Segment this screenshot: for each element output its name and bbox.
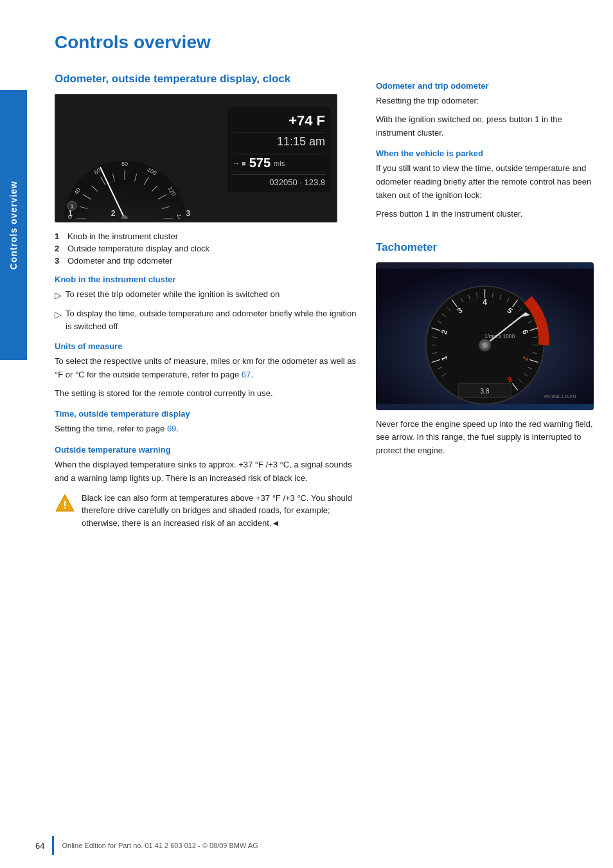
img-label-3: 3 [186, 209, 190, 218]
page-number: 64 [35, 841, 44, 851]
bullet-arrow-1: ▷ [55, 289, 62, 302]
time-body-text: Setting the time, refer to page 69. [55, 422, 357, 436]
caution-icon: ! [55, 493, 75, 514]
time-page-link[interactable]: 69 [167, 424, 176, 433]
speed-value: 575 [249, 156, 271, 170]
item-number-2: 2 [55, 244, 64, 253]
odometer-display: 032050 · 123.8 [233, 174, 325, 187]
time-display: 11:15 am [233, 135, 325, 149]
footer-text: Online Edition for Part no. 01 41 2 603 … [62, 842, 258, 849]
svg-text:!: ! [63, 500, 66, 511]
right-odometer-text2: With the ignition switched on, press but… [376, 113, 594, 140]
svg-point-72 [482, 342, 488, 348]
warning-body-text: When the displayed temperature sinks to … [55, 458, 357, 485]
speedometer-svg: 20 40 60 80 100 120 140 [60, 100, 189, 219]
left-column: Odometer, outside temperature display, c… [55, 72, 357, 536]
knob-bullet-1: ▷ To reset the trip odometer while the i… [55, 288, 357, 302]
temperature-display: +74 F [233, 113, 325, 132]
tachometer-caption: Never force the engine speed up into the… [376, 418, 594, 458]
right-subsection-odometer-title: Odometer and trip odometer [376, 81, 594, 91]
right-subsection-parked-title: When the vehicle is parked [376, 149, 594, 158]
numbered-item-3: 3 Odometer and trip odometer [55, 256, 357, 266]
tachometer-svg: 1 2 3 4 5 6 7 8 1/min x 1000 [376, 262, 594, 410]
bullet-arrow-2: ▷ [55, 308, 62, 321]
svg-text:4: 4 [483, 298, 487, 307]
svg-text:1/min x 1000: 1/min x 1000 [484, 333, 515, 339]
instrument-cluster-image: 20 40 60 80 100 120 140 [55, 94, 337, 222]
units-body-text2: The setting is stored for the remote con… [55, 387, 357, 401]
units-body-text: To select the respective units of measur… [55, 355, 357, 382]
page-title: Controls overview [55, 32, 594, 53]
page-divider [52, 836, 54, 855]
item-number-3: 3 [55, 256, 64, 266]
item-number-1: 1 [55, 231, 64, 241]
subsection-knob-title: Knob in the instrument cluster [55, 275, 357, 284]
speed-unit: mls [274, 159, 285, 167]
knob-bullet-2: ▷ To display the time, outside temperatu… [55, 307, 357, 332]
right-parked-text2: Press button 1 in the instrument cluster… [376, 208, 594, 221]
display-panel: +74 F 11:15 am → ■ 575 mls 032050 · 123.… [227, 107, 330, 192]
right-odometer-text1: Resetting the trip odometer: [376, 95, 594, 108]
caution-box: ! Black ice can also form at temperature… [55, 492, 357, 530]
right-column: Odometer and trip odometer Resetting the… [376, 72, 594, 536]
section-title-odometer: Odometer, outside temperature display, c… [55, 72, 357, 86]
knob-bullet-list: ▷ To reset the trip odometer while the i… [55, 288, 357, 332]
numbered-item-1: 1 Knob in the instrument cluster [55, 231, 357, 241]
svg-text:80: 80 [121, 161, 128, 167]
caution-text: Black ice can also form at temperatures … [82, 492, 357, 530]
subsection-time-title: Time, outside temperature display [55, 409, 357, 419]
subsection-warning-title: Outside temperature warning [55, 445, 357, 455]
subsection-units-title: Units of measure [55, 341, 357, 351]
tachometer-section: Tachometer [376, 240, 594, 458]
units-page-link[interactable]: 67 [242, 370, 251, 379]
numbered-item-2: 2 Outside temperature display and clock [55, 244, 357, 253]
svg-text:3.8: 3.8 [481, 388, 490, 395]
tachometer-title: Tachometer [376, 240, 594, 255]
right-parked-text1: If you still want to view the time, outs… [376, 162, 594, 202]
numbered-items-list: 1 Knob in the instrument cluster 2 Outsi… [55, 231, 357, 266]
img-label-1: 1 [68, 209, 73, 218]
svg-text:PK/INE.1.D/AN: PK/INE.1.D/AN [544, 393, 576, 399]
sidebar-label: Controls overview [0, 90, 27, 360]
page-footer: 64 Online Edition for Part no. 01 41 2 6… [35, 836, 613, 855]
tachometer-image: 1 2 3 4 5 6 7 8 1/min x 1000 [376, 262, 594, 410]
img-label-2: 2 [111, 209, 116, 218]
